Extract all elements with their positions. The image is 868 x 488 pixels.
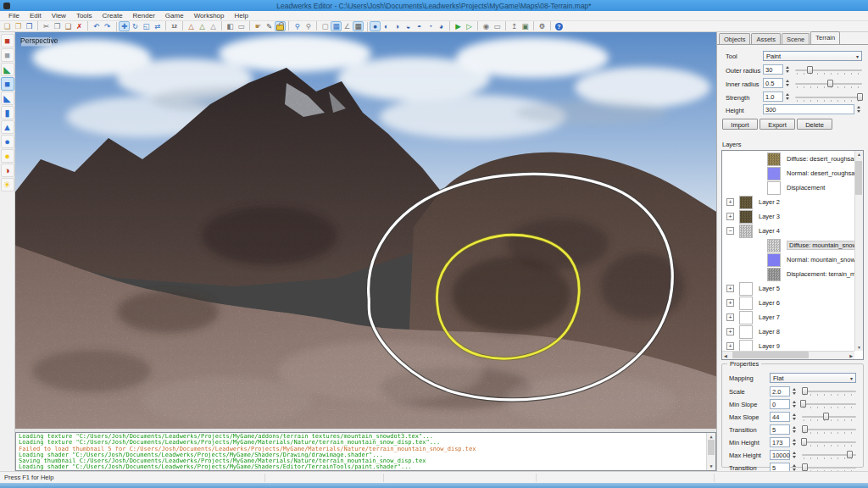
window-mode-icon[interactable]: ▭ xyxy=(236,21,247,31)
layer-row[interactable]: + Layer 8 xyxy=(722,324,854,339)
view-front-icon[interactable]: ◐ xyxy=(381,21,392,31)
pan-hand-icon[interactable]: ☛ xyxy=(253,21,264,31)
pen-icon[interactable]: ✎ xyxy=(264,21,275,31)
layer-row[interactable]: − Layer 4 xyxy=(722,224,854,238)
spot-light-icon[interactable]: ◑ xyxy=(1,164,14,177)
layer-row[interactable]: + Layer 3 xyxy=(722,209,854,224)
menu-item[interactable]: Render xyxy=(128,11,160,20)
lock-icon[interactable] xyxy=(275,21,286,31)
redo-icon[interactable]: ↷ xyxy=(102,21,113,31)
value-spinbox[interactable]: 2.0 xyxy=(770,386,790,396)
terrain-smooth-icon[interactable]: △ xyxy=(208,21,219,31)
slider-thumb[interactable] xyxy=(857,93,863,101)
layer-thumbnail[interactable] xyxy=(739,325,753,339)
slider-thumb[interactable] xyxy=(800,400,806,408)
panel-tab[interactable]: Assets xyxy=(751,33,781,44)
debug-game-icon[interactable]: ▷ xyxy=(464,21,475,31)
panel-tab[interactable]: Objects xyxy=(719,33,750,44)
snap-grid-icon[interactable]: ▦ xyxy=(331,21,342,31)
show-grid-icon[interactable]: ▦ xyxy=(353,21,364,31)
angle-snap-icon[interactable]: ∠ xyxy=(342,21,353,31)
delete-icon[interactable]: ✗ xyxy=(74,21,85,31)
layer-thumbnail[interactable] xyxy=(767,268,781,281)
view-top-icon[interactable]: ◒ xyxy=(403,21,414,31)
rotate-tool-icon[interactable]: ↻ xyxy=(130,21,141,31)
panel-tab[interactable]: Terrain xyxy=(810,31,840,44)
copy-icon[interactable]: ❐ xyxy=(52,21,63,31)
cone-primitive-icon[interactable]: ▲ xyxy=(1,120,14,134)
wedge-primitive-icon[interactable]: ◣ xyxy=(1,92,14,105)
layers-hscroll-thumb[interactable] xyxy=(732,352,809,358)
import-button[interactable]: Import xyxy=(722,119,758,130)
height-spinbox[interactable]: 300 xyxy=(763,104,854,114)
open-folder-icon[interactable]: ❐ xyxy=(13,21,24,31)
title-bar[interactable]: Leadwerks Editor - C:\Users\Josh\Documen… xyxy=(0,0,868,11)
slider-thumb[interactable] xyxy=(847,451,853,458)
layer-thumbnail[interactable] xyxy=(739,210,753,224)
directional-light-icon[interactable]: ☀ xyxy=(1,178,14,191)
layer-row[interactable]: + Layer 6 xyxy=(722,296,854,310)
layer-row[interactable]: Normal: desert_roughsanddot3 xyxy=(722,166,854,180)
slider[interactable] xyxy=(802,438,856,447)
menu-item[interactable]: Game xyxy=(160,11,189,20)
slider[interactable] xyxy=(795,93,862,103)
slider[interactable] xyxy=(795,66,862,75)
move-tool-icon[interactable]: ✚ xyxy=(119,21,130,31)
layer-thumbnail[interactable] xyxy=(767,239,781,252)
paste-icon[interactable]: ❑ xyxy=(63,21,74,31)
measure-tool-icon[interactable]: 12 xyxy=(169,21,180,31)
menu-item[interactable]: Edit xyxy=(25,11,47,20)
layers-vscroll-thumb[interactable] xyxy=(855,161,862,195)
sphere-primitive-icon[interactable]: ● xyxy=(1,135,14,148)
spinner-arrows[interactable] xyxy=(791,424,798,435)
menu-item[interactable]: Tools xyxy=(71,11,97,20)
layer-thumbnail[interactable] xyxy=(767,152,781,166)
layer-expander[interactable]: + xyxy=(726,342,734,350)
slider-thumb[interactable] xyxy=(823,413,829,420)
layer-row[interactable]: + Layer 5 xyxy=(722,281,854,296)
options-gear-icon[interactable]: ⚙ xyxy=(537,21,548,31)
spinner-arrows[interactable] xyxy=(784,92,791,102)
screenshot-icon[interactable]: ▣ xyxy=(520,21,531,31)
console-scroll-thumb[interactable] xyxy=(708,440,715,455)
mapping-dropdown[interactable]: Flat ▾ xyxy=(770,373,856,383)
layer-thumbnail[interactable] xyxy=(739,225,753,238)
panel-tab[interactable]: Scene xyxy=(782,33,810,44)
layer-thumbnail[interactable] xyxy=(739,297,753,310)
layers-list[interactable]: Diffuse: desert_roughsand Normal: desert… xyxy=(721,150,864,360)
scale-tool-icon[interactable]: ◱ xyxy=(141,21,152,31)
layer-thumbnail[interactable] xyxy=(767,181,781,195)
layer-thumbnail[interactable] xyxy=(739,282,753,296)
layer-thumbnail[interactable] xyxy=(767,253,781,267)
export-button[interactable]: Export xyxy=(760,119,795,130)
slider[interactable] xyxy=(802,387,856,396)
menu-item[interactable]: View xyxy=(47,11,71,20)
new-file-icon[interactable]: ❏ xyxy=(2,21,13,31)
slider[interactable] xyxy=(802,451,856,460)
perspective-viewport[interactable]: ██████ Perspective xyxy=(15,32,716,429)
slider-thumb[interactable] xyxy=(802,425,808,433)
tool-dropdown[interactable]: Paint ▾ xyxy=(763,51,862,61)
publish-icon[interactable]: ↥ xyxy=(509,21,520,31)
layer-expander[interactable]: + xyxy=(726,198,734,206)
brush-gray-cube-icon[interactable]: ■ xyxy=(1,48,14,62)
spinner-arrows[interactable] xyxy=(791,450,798,460)
layer-row[interactable]: Displacement: terrain_mountain xyxy=(722,267,854,281)
cube-primitive-icon[interactable]: ■ xyxy=(1,77,14,91)
save-icon[interactable]: ❒ xyxy=(24,21,35,31)
spinner-arrows[interactable] xyxy=(784,78,791,88)
value-spinbox[interactable]: 10000 xyxy=(770,450,790,460)
menu-item[interactable]: Workshop xyxy=(189,11,230,20)
height-spinner-arrows[interactable] xyxy=(855,104,862,114)
cut-icon[interactable]: ✂ xyxy=(41,21,52,31)
slider-thumb[interactable] xyxy=(801,438,807,446)
frame-icon[interactable]: ▭ xyxy=(492,21,503,31)
zoom-out-icon[interactable]: ⚲ xyxy=(303,21,314,31)
layer-expander[interactable]: − xyxy=(726,227,734,235)
cylinder-primitive-icon[interactable]: ▮ xyxy=(1,106,14,119)
layer-row[interactable]: + Layer 2 xyxy=(722,195,854,209)
value-spinbox[interactable]: 44 xyxy=(770,412,790,422)
value-spinbox[interactable]: 0 xyxy=(770,399,790,409)
layer-row[interactable]: Diffuse: desert_roughsand xyxy=(722,152,854,166)
value-spinbox[interactable]: 0.5 xyxy=(763,78,783,88)
